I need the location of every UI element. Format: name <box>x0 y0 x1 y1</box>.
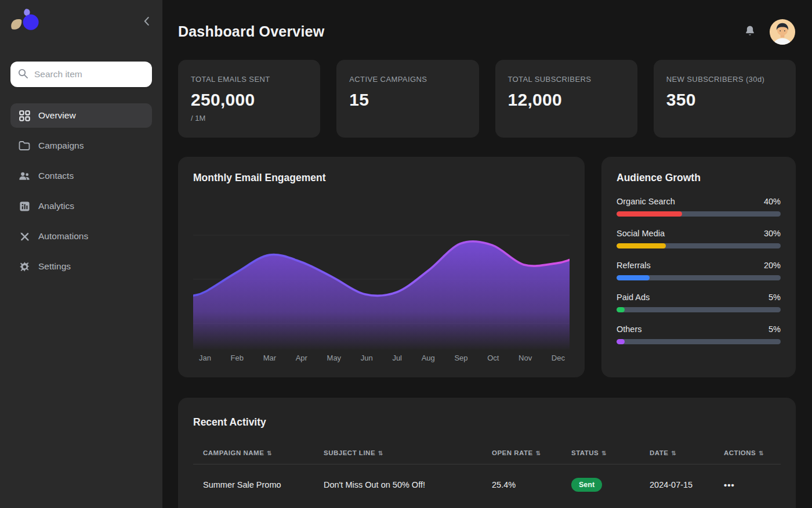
stat-value: 250,000 <box>191 90 307 110</box>
stat-value: 350 <box>666 90 783 110</box>
audience-value: 30% <box>764 229 781 238</box>
column-header-open-rate[interactable]: OPEN RATE⇅ <box>492 449 571 456</box>
audience-value: 20% <box>764 261 781 270</box>
column-header-date[interactable]: DATE⇅ <box>650 449 724 456</box>
progress-track <box>617 211 781 217</box>
gear-icon <box>19 261 30 272</box>
stat-label: ACTIVE CAMPAIGNS <box>349 75 466 84</box>
sort-icon: ⇅ <box>671 450 676 456</box>
table-row: Summer Sale Promo Don't Miss Out on 50% … <box>193 464 781 492</box>
users-icon <box>19 170 30 182</box>
sort-icon: ⇅ <box>759 450 764 456</box>
cell-subject-line: Don't Miss Out on 50% Off! <box>324 480 492 489</box>
month-label: Jun <box>361 354 373 362</box>
search-box[interactable] <box>10 62 152 87</box>
sort-icon: ⇅ <box>378 450 383 456</box>
page-title: Dashboard Overview <box>178 23 324 40</box>
engagement-panel: Monthly Email Engagement <box>178 157 585 377</box>
column-header-subject-line[interactable]: SUBJECT LINE⇅ <box>324 449 492 456</box>
sidebar-item-label: Settings <box>38 261 71 272</box>
notifications-button[interactable] <box>744 24 756 39</box>
month-label: Mar <box>263 354 276 362</box>
month-label: Jan <box>199 354 211 362</box>
stat-value: 15 <box>349 90 466 110</box>
sidebar-item-automations[interactable]: Automations <box>10 224 152 248</box>
analytics-icon <box>19 200 30 212</box>
sidebar-item-label: Campaigns <box>38 140 84 151</box>
month-label: Jul <box>392 354 402 362</box>
user-avatar[interactable] <box>769 19 796 45</box>
sidebar-item-overview[interactable]: Overview <box>10 103 152 128</box>
audience-label: Paid Ads <box>617 293 650 302</box>
audience-value: 5% <box>768 325 781 334</box>
sidebar-item-analytics[interactable]: Analytics <box>10 194 152 218</box>
engagement-title: Monthly Email Engagement <box>193 172 570 184</box>
stat-label: TOTAL EMAILS SENT <box>191 75 307 84</box>
activity-table: CAMPAIGN NAME⇅ SUBJECT LINE⇅ OPEN RATE⇅ … <box>193 449 781 492</box>
stat-sub: / 1M <box>191 114 307 123</box>
sidebar-item-label: Automations <box>38 231 88 242</box>
cell-campaign-name: Summer Sale Promo <box>203 480 324 489</box>
sidebar-collapse-button[interactable] <box>142 15 151 29</box>
sidebar-item-campaigns[interactable]: Campaigns <box>10 134 152 158</box>
audience-row-social-media: Social Media 30% <box>617 229 781 248</box>
engagement-area-chart <box>193 230 570 350</box>
stat-card-total-emails: TOTAL EMAILS SENT 250,000 / 1M <box>178 60 320 138</box>
cell-open-rate: 25.4% <box>492 480 571 489</box>
sidebar-item-contacts[interactable]: Contacts <box>10 164 152 188</box>
audience-row-referrals: Referrals 20% <box>617 261 781 280</box>
audience-label: Others <box>617 325 642 334</box>
progress-fill <box>617 275 650 280</box>
progress-track <box>617 275 781 280</box>
cell-date: 2024-07-15 <box>650 480 724 489</box>
search-icon <box>17 68 28 81</box>
table-header-row: CAMPAIGN NAME⇅ SUBJECT LINE⇅ OPEN RATE⇅ … <box>193 449 781 456</box>
main-content: Dashboard Overview <box>162 0 812 508</box>
tools-icon <box>19 230 30 242</box>
column-header-status[interactable]: STATUS⇅ <box>571 449 650 456</box>
sort-icon: ⇅ <box>267 450 272 456</box>
month-label: May <box>327 354 342 362</box>
progress-track <box>617 339 781 344</box>
month-labels: JanFebMarAprMayJunJulAugSepOctNovDec <box>193 350 570 362</box>
audience-label: Social Media <box>617 229 665 238</box>
logo-petal-tan <box>11 19 21 30</box>
chevron-left-icon <box>143 19 150 28</box>
month-label: Feb <box>231 354 244 362</box>
stat-label: TOTAL SUBSCRIBERS <box>508 75 625 84</box>
sort-icon: ⇅ <box>601 450 607 456</box>
grid-icon <box>19 110 30 121</box>
stat-value: 12,000 <box>508 90 625 110</box>
month-label: Oct <box>487 354 499 362</box>
app-logo <box>8 7 39 37</box>
sort-icon: ⇅ <box>536 450 541 456</box>
audience-row-others: Others 5% <box>617 325 781 344</box>
column-header-actions[interactable]: ACTIONS⇅ <box>724 449 781 456</box>
sidebar-item-label: Overview <box>38 110 76 121</box>
sidebar-item-label: Contacts <box>38 171 74 181</box>
status-badge: Sent <box>571 478 602 492</box>
progress-fill <box>617 211 682 217</box>
progress-fill <box>617 339 625 344</box>
stat-card-total-subscribers: TOTAL SUBSCRIBERS 12,000 <box>495 60 637 138</box>
audience-title: Audience Growth <box>617 172 781 184</box>
sidebar: Overview Campaigns Contacts Analytics Au… <box>0 0 162 508</box>
stat-label: NEW SUBSCRIBERS (30d) <box>666 75 783 84</box>
audience-value: 40% <box>764 197 781 206</box>
stat-card-active-campaigns: ACTIVE CAMPAIGNS 15 <box>336 60 478 138</box>
audience-label: Referrals <box>617 261 651 270</box>
recent-activity-panel: Recent Activity CAMPAIGN NAME⇅ SUBJECT L… <box>178 398 796 508</box>
month-label: Sep <box>454 354 467 362</box>
audience-row-organic-search: Organic Search 40% <box>617 197 781 217</box>
stats-row: TOTAL EMAILS SENT 250,000 / 1M ACTIVE CA… <box>178 60 796 138</box>
folder-icon <box>19 140 30 152</box>
top-bar: Dashboard Overview <box>178 0 796 60</box>
sidebar-item-settings[interactable]: Settings <box>10 254 152 279</box>
month-label: Dec <box>552 354 565 362</box>
audience-panel: Audience Growth Organic Search 40% Socia… <box>601 157 796 377</box>
row-actions-button[interactable]: ••• <box>724 480 735 490</box>
column-header-campaign-name[interactable]: CAMPAIGN NAME⇅ <box>203 449 324 456</box>
search-input[interactable] <box>34 69 150 80</box>
bell-icon <box>744 31 756 39</box>
audience-value: 5% <box>768 293 781 302</box>
